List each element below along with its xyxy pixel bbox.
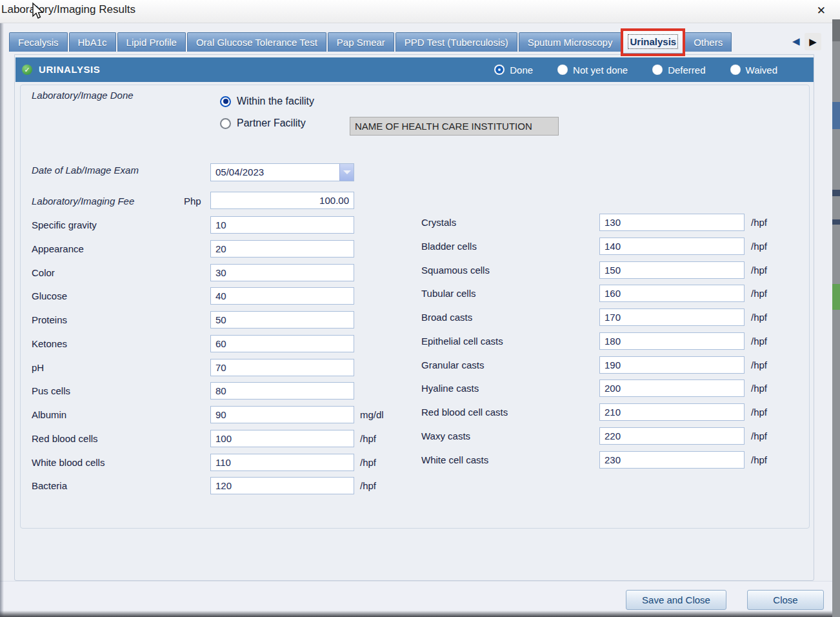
pus-cells-label: Pus cells (32, 385, 70, 396)
glucose-input[interactable] (210, 287, 354, 305)
broad-casts-unit: /hpf (751, 312, 767, 323)
ketones-label: Ketones (32, 338, 67, 349)
status-radio-label: Done (510, 65, 533, 76)
red-blood-cells-input[interactable] (210, 430, 354, 447)
bladder-cells-input[interactable] (599, 238, 745, 255)
radio-icon (220, 96, 231, 107)
sliver-fragment (832, 102, 840, 129)
ketones-input[interactable] (210, 335, 354, 352)
titlebar: Laboratory/Imaging Results ✕ (0, 0, 840, 23)
white-blood-cells-unit: /hpf (360, 457, 376, 468)
proteins-input[interactable] (210, 311, 354, 329)
section-title: URINALYSIS (39, 64, 100, 75)
tab-pap-smear[interactable]: Pap Smear (328, 32, 394, 52)
white-cell-casts-label: White cell casts (421, 454, 488, 465)
radio-icon (494, 65, 505, 75)
color-label: Color (32, 267, 55, 278)
albumin-unit: mg/dl (360, 409, 384, 420)
mouse-cursor-icon (30, 2, 45, 21)
tab-others[interactable]: Others (685, 32, 732, 52)
red-blood-cell-casts-input[interactable] (599, 403, 745, 421)
tubular-cells-unit: /hpf (751, 288, 767, 299)
tab-oral-glucose-tolerance-test[interactable]: Oral Glucose Tolerance Test (187, 32, 326, 52)
save-and-close-button[interactable]: Save and Close (626, 590, 726, 610)
tab-scroll-right-button[interactable]: ▶ (805, 33, 821, 50)
broad-casts-input[interactable] (599, 308, 745, 326)
tab-ppd-test-tuberculosis[interactable]: PPD Test (Tuberculosis) (395, 32, 517, 52)
status-radio-not-yet-done[interactable]: Not yet done (557, 65, 628, 76)
squamous-cells-input[interactable] (599, 261, 745, 279)
institution-input[interactable] (350, 117, 559, 136)
footer: Save and Close Close (0, 581, 840, 612)
waxy-casts-label: Waxy casts (421, 430, 470, 441)
tab-sputum-microscopy[interactable]: Sputum Microscopy (519, 32, 622, 52)
tab-label: PPD Test (Tuberculosis) (405, 37, 508, 48)
chevron-down-icon (343, 170, 351, 174)
red-blood-cells-label: Red blood cells (32, 433, 98, 444)
close-button[interactable]: Close (747, 590, 824, 610)
waxy-casts-input[interactable] (599, 427, 745, 445)
status-radio-group: DoneNot yet doneDeferredWaived (494, 57, 777, 82)
albumin-label: Albumin (32, 409, 66, 420)
facility-radio-partner-facility[interactable]: Partner Facility (220, 117, 306, 129)
white-cell-casts-input[interactable] (599, 451, 745, 469)
color-input[interactable] (210, 264, 354, 281)
tab-scroll-left-icon[interactable]: ◀ (792, 35, 800, 47)
crystals-unit: /hpf (751, 217, 767, 228)
status-radio-waived[interactable]: Waived (730, 65, 777, 76)
background-app-sliver (832, 19, 840, 617)
squamous-cells-label: Squamous cells (421, 265, 490, 276)
sliver-fragment (832, 284, 840, 310)
fee-label: Laboratory/Imaging Fee (32, 196, 134, 207)
sliver-fragment (832, 190, 840, 196)
date-dropdown-button[interactable] (339, 164, 354, 181)
tubular-cells-label: Tubular cells (421, 288, 475, 299)
specific-gravity-input[interactable] (210, 216, 354, 234)
bacteria-input[interactable] (210, 477, 354, 494)
urinalysis-tab-page: ✓ URINALYSIS DoneNot yet doneDeferredWai… (14, 54, 814, 581)
tab-label: Fecalysis (18, 37, 59, 48)
appearance-input[interactable] (210, 240, 354, 258)
ph-input[interactable] (210, 359, 354, 376)
bacteria-label: Bacteria (32, 480, 67, 491)
bacteria-unit: /hpf (360, 480, 376, 491)
ph-label: pH (32, 362, 44, 373)
radio-icon (557, 65, 568, 75)
status-radio-done[interactable]: Done (494, 65, 533, 76)
tab-label: HbA1c (78, 37, 107, 48)
radio-icon (652, 65, 663, 75)
crystals-label: Crystals (421, 217, 456, 228)
hyaline-casts-input[interactable] (599, 379, 745, 397)
white-blood-cells-input[interactable] (210, 454, 354, 471)
white-blood-cells-label: White blood cells (32, 457, 105, 468)
tab-label: Pap Smear (337, 37, 385, 48)
tab-fecalysis[interactable]: Fecalysis (9, 32, 68, 52)
status-radio-label: Not yet done (573, 65, 628, 76)
check-icon: ✓ (22, 65, 32, 75)
epithelial-cell-casts-input[interactable] (599, 332, 745, 350)
tab-label: Urinalysis (630, 36, 676, 47)
dialog-title: Laboratory/Imaging Results (1, 3, 135, 16)
laboratory-imaging-results-dialog: Laboratory/Imaging Results ✕ FecalysisHb… (0, 0, 840, 617)
date-combo[interactable]: 05/04/2023 (210, 163, 354, 181)
tab-hba1c[interactable]: HbA1c (69, 32, 116, 52)
status-radio-label: Deferred (668, 65, 705, 76)
tab-urinalysis[interactable]: Urinalysis (623, 30, 683, 54)
facility-radio-within-the-facility[interactable]: Within the facility (220, 96, 314, 107)
bladder-cells-unit: /hpf (751, 241, 767, 252)
status-radio-deferred[interactable]: Deferred (652, 65, 705, 76)
currency-label: Php (184, 196, 201, 207)
granular-casts-unit: /hpf (751, 359, 767, 370)
section-header-bar: ✓ URINALYSIS DoneNot yet doneDeferredWai… (15, 57, 814, 82)
tubular-cells-input[interactable] (599, 285, 745, 302)
pus-cells-input[interactable] (210, 382, 354, 400)
radio-icon (220, 118, 231, 129)
fee-input[interactable] (210, 192, 354, 209)
albumin-input[interactable] (210, 406, 354, 423)
bladder-cells-label: Bladder cells (421, 241, 477, 252)
granular-casts-input[interactable] (599, 356, 745, 374)
crystals-input[interactable] (599, 214, 745, 231)
epithelial-cell-casts-label: Epithelial cell casts (421, 336, 503, 347)
close-icon[interactable]: ✕ (817, 4, 826, 17)
tab-lipid-profile[interactable]: Lipid Profile (117, 32, 186, 52)
